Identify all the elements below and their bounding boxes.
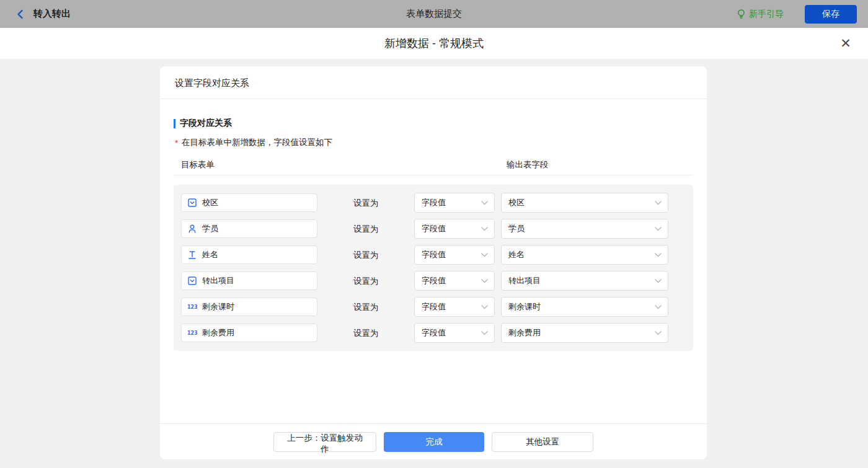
set-as-label: 设置为 (353, 328, 379, 339)
field-mapping-row: 123 姓名 设置为 字段值 姓名 (174, 245, 693, 264)
set-as-label: 设置为 (353, 198, 379, 209)
chevron-down-icon (481, 253, 488, 257)
chevron-down-icon (481, 201, 488, 205)
target-field-chip[interactable]: 123 姓名 (181, 245, 317, 264)
set-as-label: 设置为 (353, 250, 379, 261)
chevron-down-icon (481, 331, 488, 335)
set-as-label: 设置为 (353, 302, 379, 313)
chevron-down-icon (655, 201, 662, 205)
column-header-target-form: 目标表单 (181, 159, 215, 170)
value-type-value: 字段值 (422, 301, 446, 312)
output-field-value: 剩余课时 (508, 301, 541, 312)
field-mapping-row: 123 转出项目 设置为 字段值 转出项目 (174, 272, 693, 290)
value-type-select[interactable]: 字段值 (414, 219, 495, 239)
close-icon[interactable]: ✕ (838, 36, 853, 51)
field-mapping-card: 设置字段对应关系 字段对应关系 * 在目标表单中新增数据，字段值设置如下 目标表… (160, 66, 707, 459)
chevron-down-icon (655, 227, 662, 231)
output-field-select[interactable]: 转出项目 (501, 271, 668, 291)
target-field-chip[interactable]: 123 学员 (181, 219, 317, 238)
value-type-select[interactable]: 字段值 (414, 193, 495, 213)
output-field-select[interactable]: 剩余费用 (501, 323, 668, 343)
value-type-value: 字段值 (422, 327, 446, 338)
field-mapping-panel: 123 校区 设置为 字段值 校区 (174, 185, 693, 351)
chevron-down-icon (655, 305, 662, 309)
field-mapping-row: 123 剩余费用 设置为 字段值 剩余费用 (174, 324, 693, 342)
value-type-select[interactable]: 字段值 (414, 323, 495, 343)
required-asterisk: * (175, 138, 178, 148)
output-field-select[interactable]: 剩余课时 (501, 297, 668, 317)
beginner-guide-link[interactable]: 新手引导 (737, 9, 784, 20)
chevron-down-icon (655, 331, 662, 335)
target-field-chip[interactable]: 123 校区 (181, 193, 317, 212)
chevron-down-icon (481, 227, 488, 231)
target-field-label: 转出项目 (202, 275, 234, 286)
field-type-icon: 123 (187, 276, 197, 286)
chevron-down-icon (655, 253, 662, 257)
value-type-select[interactable]: 字段值 (414, 245, 495, 265)
value-type-select[interactable]: 字段值 (414, 297, 495, 317)
output-field-select[interactable]: 姓名 (501, 245, 668, 265)
field-mapping-row: 123 剩余课时 设置为 字段值 剩余课时 (174, 298, 693, 316)
output-field-select[interactable]: 校区 (501, 193, 668, 213)
target-field-label: 剩余费用 (202, 327, 234, 338)
screen: 转入转出 表单数据提交 新手引导 保存 新增数据 - 常规模式 ✕ 设置字段对应… (0, 0, 868, 468)
output-field-value: 学员 (508, 223, 525, 234)
chevron-down-icon (481, 279, 488, 283)
target-field-chip[interactable]: 123 剩余课时 (181, 298, 317, 316)
value-type-value: 字段值 (422, 249, 446, 260)
section-title-label: 字段对应关系 (180, 118, 232, 129)
hint-row: * 在目标表单中新增数据，字段值设置如下 (174, 137, 693, 148)
hint-text: 在目标表单中新增数据，字段值设置如下 (182, 137, 332, 148)
other-settings-button[interactable]: 其他设置 (492, 432, 593, 452)
field-type-icon: 123 (187, 328, 197, 338)
value-type-value: 字段值 (422, 275, 446, 286)
chevron-down-icon (481, 305, 488, 309)
value-type-select[interactable]: 字段值 (414, 271, 495, 291)
output-field-value: 校区 (508, 197, 525, 208)
output-field-value: 剩余费用 (508, 327, 541, 338)
dialog-title: 新增数据 - 常规模式 (0, 28, 868, 59)
done-button[interactable]: 完成 (384, 432, 484, 452)
chevron-down-icon (655, 279, 662, 283)
set-as-label: 设置为 (353, 276, 379, 287)
section-title: 字段对应关系 (174, 118, 693, 129)
field-type-icon: 123 (187, 302, 197, 312)
app-topbar: 转入转出 表单数据提交 新手引导 保存 (0, 0, 868, 28)
target-field-label: 剩余课时 (202, 301, 234, 312)
target-field-chip[interactable]: 123 转出项目 (181, 272, 317, 290)
beginner-guide-label: 新手引导 (749, 9, 784, 20)
svg-text:123: 123 (187, 330, 197, 336)
target-field-chip[interactable]: 123 剩余费用 (181, 324, 317, 342)
target-field-label: 姓名 (202, 249, 218, 260)
field-type-icon: 123 (187, 250, 197, 260)
target-field-label: 校区 (202, 197, 218, 208)
set-as-label: 设置为 (353, 224, 379, 235)
output-field-value: 姓名 (508, 249, 525, 260)
value-type-value: 字段值 (422, 223, 446, 234)
output-field-select[interactable]: 学员 (501, 219, 668, 239)
field-type-icon: 123 (187, 224, 197, 234)
section-accent-bar (174, 119, 175, 128)
lightbulb-icon (737, 9, 746, 19)
card-footer: 上一步：设置触发动作 完成 其他设置 (160, 423, 707, 459)
field-type-icon: 123 (187, 198, 197, 208)
column-header-output-field: 输出表字段 (507, 159, 549, 170)
column-headers: 目标表单 输出表字段 (174, 151, 693, 175)
save-button[interactable]: 保存 (805, 5, 857, 24)
target-field-label: 学员 (202, 223, 218, 234)
previous-step-button[interactable]: 上一步：设置触发动作 (273, 432, 376, 452)
value-type-value: 字段值 (422, 197, 446, 208)
output-field-value: 转出项目 (508, 275, 541, 286)
field-mapping-row: 123 校区 设置为 字段值 校区 (174, 193, 693, 212)
card-content: 字段对应关系 * 在目标表单中新增数据，字段值设置如下 目标表单 输出表字段 (160, 118, 707, 351)
card-header-title: 设置字段对应关系 (160, 66, 707, 99)
svg-text:123: 123 (187, 304, 197, 310)
dialog-header: 新增数据 - 常规模式 ✕ (0, 28, 868, 59)
field-mapping-row: 123 学员 设置为 字段值 学员 (174, 219, 693, 238)
